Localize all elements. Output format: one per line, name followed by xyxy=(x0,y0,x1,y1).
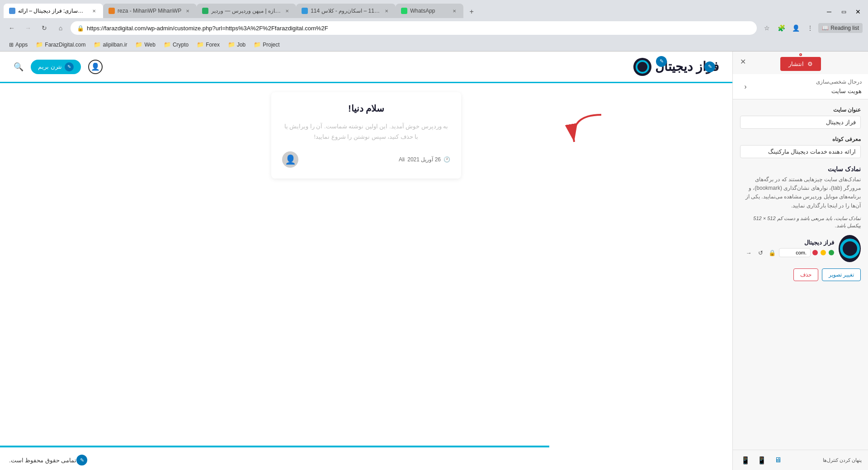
edit-pencil-icon: ✎ xyxy=(65,62,74,71)
publish-button-outline: ⚙ انتشار xyxy=(799,53,802,56)
icon-refresh-btn[interactable]: ↺ xyxy=(755,248,765,258)
login-button[interactable]: ✎ نترن بریم xyxy=(31,60,81,74)
dot-red xyxy=(812,250,818,255)
bookmark-label-6: Job xyxy=(237,42,245,48)
customizer-header: › درحال شخصی‌سازی هویت سایت xyxy=(733,74,868,99)
tab-favicon-3 xyxy=(202,8,208,14)
reading-list-button[interactable]: 📖 Reading list xyxy=(818,23,863,33)
dot-green xyxy=(829,250,834,255)
address-text: https://farazdigital.com/wp-admin/custom… xyxy=(87,25,750,32)
logo-icon xyxy=(633,58,651,76)
minimize-button[interactable]: ─ xyxy=(823,5,835,18)
bookmark-crypto[interactable]: 📁 Crypto xyxy=(160,40,192,49)
bookmark-web[interactable]: 📁 Web xyxy=(132,40,159,49)
tab-close-1[interactable]: ✕ xyxy=(90,7,98,14)
post-author-text: Ali xyxy=(399,156,405,163)
folder-icon-3: 📁 xyxy=(135,41,142,48)
icon-forward-btn[interactable]: → xyxy=(744,248,754,258)
tab-close-4[interactable]: ✕ xyxy=(383,7,390,14)
user-avatar-button[interactable]: 👤 xyxy=(88,60,103,74)
bookmark-label-3: Web xyxy=(144,42,155,48)
tab-close-5[interactable]: ✕ xyxy=(451,7,458,14)
post-meta: 🕐 26 آوریل 2021 Ali 👤 xyxy=(282,151,450,168)
tagline-input[interactable] xyxy=(740,145,861,158)
bookmark-forex[interactable]: 📁 Forex xyxy=(193,40,223,49)
progress-fill xyxy=(0,446,549,447)
user-icon: 👤 xyxy=(91,62,100,71)
tab-favicon-4 xyxy=(302,8,308,14)
logo-edit-overlay[interactable]: ✎ xyxy=(704,61,715,72)
tab-5[interactable]: WhatsApp ✕ xyxy=(396,4,463,18)
icon-action-btns: 🔒 ↺ → xyxy=(744,248,777,258)
profile-icon[interactable]: 👤 xyxy=(789,22,802,34)
apps-grid-icon: ⊞ xyxy=(9,42,14,48)
customizer-close-button[interactable]: ✕ xyxy=(737,56,748,67)
logo-edit-overlay-top[interactable]: ✎ xyxy=(656,56,667,67)
bookmark-star-icon[interactable]: ☆ xyxy=(760,22,773,34)
tablet-device-icon[interactable]: 📱 xyxy=(755,454,768,466)
search-icon[interactable]: 🔍 xyxy=(14,62,24,72)
tab-3[interactable]: نوشتهٔ تازه | میهن وردپرس — وردپر... ✕ xyxy=(197,4,296,18)
apps-button[interactable]: ⊞ Apps xyxy=(5,41,31,49)
bookmark-label: FarazDigital.com xyxy=(45,42,85,48)
bookmark-job[interactable]: 📁 Job xyxy=(224,40,249,49)
logo-circle-inner xyxy=(636,60,649,74)
breadcrumb-parent: درحال شخصی‌سازی xyxy=(752,79,862,85)
dot-yellow xyxy=(821,250,826,255)
close-window-button[interactable]: ✕ xyxy=(852,5,864,18)
post-card: سلام دنیا! به وردپرس خوش آمدید. این اولی… xyxy=(271,92,461,179)
folder-icon-6: 📁 xyxy=(228,41,235,48)
icon-lock-btn[interactable]: 🔒 xyxy=(767,248,777,258)
site-icon-section: نمادک سایت نمادک‌های سایت چیزهایی هستند … xyxy=(740,165,861,281)
bookmark-alipilban[interactable]: 📁 alipilban.ir xyxy=(90,40,131,49)
publish-label: انتشار xyxy=(788,61,804,67)
publish-button-wrapper[interactable]: ⚙ انتشار xyxy=(799,53,802,56)
settings-dots-icon[interactable]: ⋮ xyxy=(804,22,816,34)
folder-icon-7: 📁 xyxy=(254,41,261,48)
reload-button[interactable]: ↻ xyxy=(38,22,51,34)
maximize-button[interactable]: ▭ xyxy=(837,5,850,18)
post-title: سلام دنیا! xyxy=(282,103,450,114)
tab-close-3[interactable]: ✕ xyxy=(283,7,291,14)
site-footer: ✎ تمامی حقوق محفوظ است. xyxy=(0,450,732,470)
bookmarks-bar: ⊞ Apps 📁 FarazDigital.com 📁 alipilban.ir… xyxy=(0,38,868,52)
folder-icon-2: 📁 xyxy=(94,41,101,48)
extension-puzzle-icon[interactable]: 🧩 xyxy=(775,22,788,34)
footer-edit-button[interactable]: ✎ xyxy=(76,455,87,465)
post-text: به وردپرس خوش آمدید. این اولین نوشته‌ شم… xyxy=(282,121,450,142)
new-tab-button[interactable]: + xyxy=(465,5,478,18)
tab-favicon-5 xyxy=(401,8,407,14)
tab-close-2[interactable]: ✕ xyxy=(184,7,191,14)
reading-list-icon: 📖 xyxy=(822,25,829,31)
bookmark-label-2: alipilban.ir xyxy=(103,42,127,48)
lock-icon: 🔒 xyxy=(77,25,84,32)
clock-icon: 🕐 xyxy=(443,156,450,163)
icon-site-name: فراز دیجیتال xyxy=(740,239,834,246)
address-bar: ← → ↻ ⌂ 🔒 https://farazdigital.com/wp-ad… xyxy=(0,18,868,38)
author-avatar: 👤 xyxy=(282,151,298,168)
back-button[interactable]: ← xyxy=(5,22,18,34)
change-image-button[interactable]: تغییر تصویر xyxy=(822,268,861,281)
tab-4[interactable]: کلاس114 – اسکان‌روم - کلاس 114 ✕ xyxy=(296,4,396,18)
icon-url-input[interactable] xyxy=(779,248,811,257)
bookmark-farazdigital[interactable]: 📁 FarazDigital.com xyxy=(32,40,89,49)
hide-controls-button[interactable]: پنهان کردن کنترل‌ها xyxy=(823,457,862,463)
tagline-label: معرفی کوتاه xyxy=(740,136,861,142)
desktop-device-icon[interactable]: 🖥 xyxy=(772,454,784,466)
bookmark-project[interactable]: 📁 Project xyxy=(250,40,283,49)
site-header: 🔍 ✎ نترن بریم 👤 فراز دیجیتال ✎ xyxy=(0,52,732,83)
icon-action-dots xyxy=(812,250,834,255)
footer-progress-bar-container xyxy=(0,446,732,447)
forward-button[interactable]: → xyxy=(22,22,34,34)
address-input[interactable]: 🔒 https://farazdigital.com/wp-admin/cust… xyxy=(71,21,757,35)
tab-title-2: reza - MihanWP MihanWP xyxy=(118,8,181,14)
site-title-input[interactable] xyxy=(740,116,861,129)
tab-2[interactable]: reza - MihanWP MihanWP ✕ xyxy=(103,4,197,18)
customizer-nav-back[interactable]: › xyxy=(739,80,752,93)
publish-button[interactable]: ⚙ انتشار xyxy=(780,57,821,71)
tab-1[interactable]: سفارشی‌سازی: فراز دیجیتال – ارائه ... ✕ xyxy=(4,4,103,18)
delete-button[interactable]: حذف xyxy=(793,268,818,281)
icon-preview xyxy=(839,235,861,262)
mobile-device-icon[interactable]: 📱 xyxy=(739,454,752,466)
home-button[interactable]: ⌂ xyxy=(54,22,67,34)
